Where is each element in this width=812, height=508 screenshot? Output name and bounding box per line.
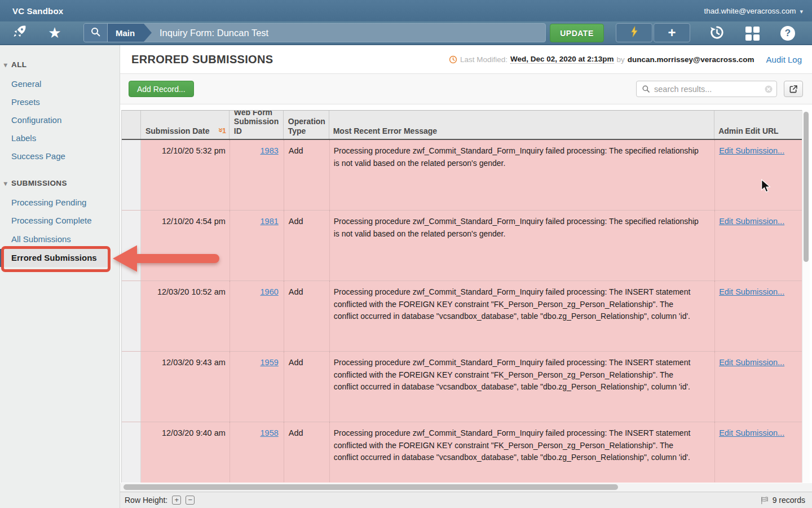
last-modified-value: Wed, Dec 02, 2020 at 2:13pm [510, 55, 614, 64]
sidebar-item-labels[interactable]: Labels [0, 129, 120, 147]
edit-submission-link[interactable]: Edit Submission... [719, 358, 784, 367]
edit-submission-link[interactable]: Edit Submission... [719, 217, 784, 226]
chevrons-down-icon [215, 128, 223, 132]
table-header-row: Submission Date 1 Web Form Submission ID… [122, 111, 802, 140]
search-icon [90, 27, 101, 40]
sidebar-item-errored-submissions[interactable]: Errored Submissions [0, 249, 111, 267]
clear-search-icon[interactable] [765, 85, 773, 93]
col-header-rownum [122, 111, 141, 139]
audit-log-link[interactable]: Audit Log [766, 55, 802, 64]
vertical-scrollbar-thumb[interactable] [804, 112, 809, 262]
cell-operation-type: Add [284, 211, 329, 281]
cell-operation-type: Add [284, 140, 329, 210]
section-label: ALL [11, 60, 27, 69]
section-label: SUBMISSIONS [11, 179, 67, 187]
record-count: 9 records [760, 496, 805, 505]
open-in-new-button[interactable] [784, 81, 803, 97]
row-height-decrease-button[interactable]: − [186, 496, 195, 505]
app-title: VC Sandbox [12, 6, 63, 16]
cell-error-message: Processing procedure zwf_Commit_Standard… [329, 352, 714, 422]
submission-id-link[interactable]: 1960 [261, 287, 279, 296]
submission-id-link[interactable]: 1958 [261, 428, 279, 437]
update-button[interactable]: UPDATE [550, 24, 604, 42]
quick-launch-button[interactable] [8, 23, 32, 43]
sidebar-item-processing-complete[interactable]: Processing Complete [0, 212, 120, 230]
edit-submission-link[interactable]: Edit Submission... [719, 287, 784, 296]
history-button[interactable] [707, 24, 727, 43]
submission-id-link[interactable]: 1959 [261, 358, 279, 367]
vertical-scrollbar[interactable] [802, 110, 810, 483]
user-menu[interactable]: thad.white@veracross.com [704, 7, 803, 15]
page-title: ERRORED SUBMISSIONS [131, 53, 273, 66]
external-link-icon [789, 85, 798, 94]
sidebar-item-presets[interactable]: Presets [0, 93, 120, 111]
cell-error-message: Processing procedure zwf_Commit_Standard… [329, 211, 714, 281]
col-header-submission-date[interactable]: Submission Date 1 [141, 111, 230, 139]
page-header: ERRORED SUBMISSIONS Last Modified: Wed, … [120, 45, 812, 74]
sidebar-section-submissions[interactable]: SUBMISSIONS [0, 176, 120, 190]
cell-submission-date: 12/03/20 9:43 am [141, 352, 230, 422]
table-row: 12/03/20 9:43 am 1959 Add Processing pro… [122, 352, 802, 422]
run-action-button[interactable] [616, 23, 652, 42]
sidebar-item-all-submissions[interactable]: All Submissions [0, 230, 120, 248]
edit-submission-link[interactable]: Edit Submission... [719, 428, 784, 437]
history-icon [709, 24, 725, 43]
favorites-button[interactable] [43, 23, 67, 43]
lightning-icon [630, 25, 638, 40]
search-input[interactable] [654, 85, 765, 94]
row-height-label: Row Height: [125, 496, 167, 505]
breadcrumb-bar: Main Inquiry Form: Duncan Test [83, 23, 546, 42]
sidebar: ALL General Presets Configuration Labels… [0, 45, 120, 508]
cell-error-message: Processing procedure zwf_Commit_Standard… [329, 140, 714, 210]
top-bar: VC Sandbox thad.white@veracross.com [0, 0, 812, 21]
results-table: Submission Date 1 Web Form Submission ID… [121, 110, 802, 483]
search-tab[interactable] [84, 24, 108, 42]
user-email: thad.white@veracross.com [704, 7, 796, 15]
cell-error-message: Processing procedure zwf_Commit_Standard… [329, 281, 714, 351]
sort-indicator: 1 [217, 126, 226, 136]
cell-operation-type: Add [284, 422, 329, 483]
horizontal-scrollbar[interactable] [120, 483, 812, 492]
col-header-web-form-submission-id[interactable]: Web Form Submission ID [230, 111, 284, 139]
cell-error-message: Processing procedure zwf_Commit_Standard… [329, 422, 714, 483]
question-icon: ? [780, 26, 795, 41]
caret-down-icon [800, 7, 803, 15]
table-row: 12/03/20 10:52 am 1960 Add Processing pr… [122, 281, 802, 352]
sidebar-item-general[interactable]: General [0, 75, 120, 93]
table-row: 12/03/20 9:40 am 1958 Add Processing pro… [122, 422, 802, 483]
status-bar: Row Height: + − 9 records [120, 492, 812, 508]
main-content: ERRORED SUBMISSIONS Last Modified: Wed, … [120, 45, 812, 508]
cell-operation-type: Add [284, 352, 329, 422]
cell-submission-date: 12/10/20 5:32 pm [141, 140, 230, 210]
submission-id-link[interactable]: 1983 [261, 146, 279, 155]
clock-icon [449, 55, 457, 64]
star-icon [48, 25, 61, 40]
horizontal-scrollbar-thumb[interactable] [123, 484, 618, 490]
sidebar-item-processing-pending[interactable]: Processing Pending [0, 194, 120, 212]
apps-button[interactable] [742, 24, 762, 43]
flag-icon [760, 496, 769, 505]
col-header-operation-type[interactable]: Operation Type [284, 111, 329, 139]
sidebar-section-all[interactable]: ALL [0, 57, 120, 72]
minus-box-icon: − [188, 497, 192, 503]
results-search-box [636, 81, 777, 97]
col-header-admin-edit-url[interactable]: Admin Edit URL [714, 111, 802, 139]
cell-submission-date: 12/10/20 4:54 pm [141, 211, 230, 281]
sidebar-item-configuration[interactable]: Configuration [0, 111, 120, 129]
actions-bar: Add Record... [120, 74, 812, 104]
toolbar: Main Inquiry Form: Duncan Test UPDATE ? [0, 21, 812, 45]
breadcrumb-main-tab[interactable]: Main [108, 24, 144, 42]
submission-id-link[interactable]: 1981 [261, 217, 279, 226]
cell-operation-type: Add [284, 281, 329, 351]
sidebar-item-success-page[interactable]: Success Page [0, 147, 120, 165]
col-header-most-recent-error-message[interactable]: Most Recent Error Message [329, 111, 714, 139]
add-record-button[interactable]: Add Record... [129, 81, 194, 97]
cell-submission-date: 12/03/20 9:40 am [141, 422, 230, 483]
breadcrumb-page-title: Inquiry Form: Duncan Test [160, 28, 268, 38]
records-label: 9 records [773, 496, 805, 505]
collapse-triangle-icon [0, 179, 11, 187]
row-height-increase-button[interactable]: + [172, 496, 181, 505]
edit-submission-link[interactable]: Edit Submission... [719, 146, 784, 155]
help-button[interactable]: ? [778, 24, 798, 43]
add-button[interactable] [654, 23, 690, 42]
